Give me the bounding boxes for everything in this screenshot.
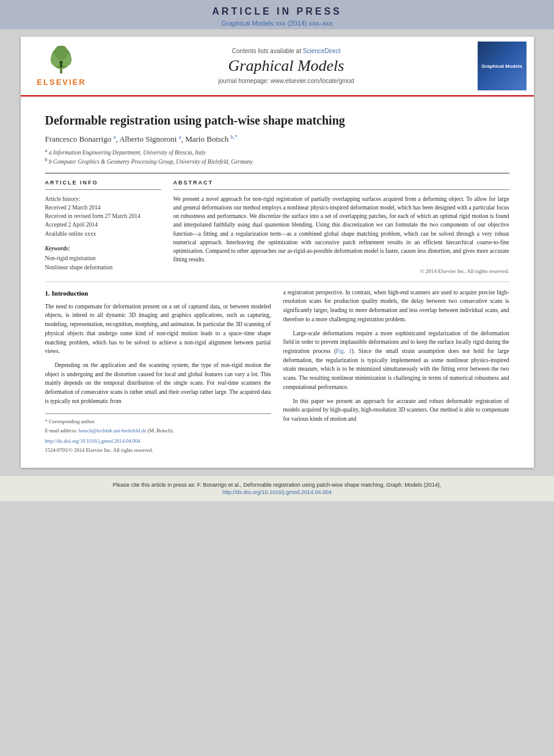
body-divider bbox=[45, 282, 509, 282]
issn-line: 1524-0703/© 2014 Elsevier Inc. All right… bbox=[45, 446, 271, 454]
received-revised: Received in revised form 27 March 2014 bbox=[45, 212, 161, 220]
corresponding-author-note: * Corresponding author. bbox=[45, 418, 271, 426]
intro-para-right-1: a registration perspective. In contrast,… bbox=[283, 288, 509, 324]
paper-content: Deformable registration using patch-wise… bbox=[21, 96, 534, 468]
intro-para-right-3: In this paper we present an approach for… bbox=[283, 397, 509, 424]
body-text: 1. Introduction The need to compensate f… bbox=[45, 288, 509, 456]
affil-a2: a bbox=[179, 134, 181, 140]
journal-middle: Contents lists available at ScienceDirec… bbox=[101, 42, 472, 90]
elsevier-logo: ELSEVIER bbox=[28, 42, 95, 90]
authors-line: Francesco Bonarrigo a, Alberto Signoroni… bbox=[45, 134, 509, 144]
abstract-text: We present a novel approach for non-rigi… bbox=[173, 195, 509, 264]
body-col-left: 1. Introduction The need to compensate f… bbox=[45, 288, 271, 456]
intro-para-2: Depending on the application and the sca… bbox=[45, 361, 271, 406]
section1-title: 1. Introduction bbox=[45, 288, 271, 299]
fig1-ref[interactable]: Fig. 1 bbox=[336, 348, 352, 354]
journal-homepage: journal homepage: www.elsevier.com/locat… bbox=[218, 78, 354, 84]
journal-header: ELSEVIER Contents lists available at Sci… bbox=[21, 37, 534, 96]
received1: Received 2 March 2014 bbox=[45, 203, 161, 212]
journal-ref: Graphical Models xxx (2014) xxx–xxx bbox=[0, 20, 554, 27]
citation-doi-link[interactable]: http://dx.doi.org/10.1016/j.gmod.2014.04… bbox=[12, 489, 542, 495]
svg-point-6 bbox=[59, 60, 62, 64]
affil-line-2: b b Computer Graphics & Geometry Process… bbox=[45, 157, 509, 165]
intro-para-right-2: Large-scale deformations require a more … bbox=[283, 329, 509, 392]
email-note: E-mail address: botsch@techfak.uni-biele… bbox=[45, 427, 271, 435]
journal-title: Graphical Models bbox=[228, 57, 344, 75]
article-history: Article history: Received 2 March 2014 R… bbox=[45, 195, 161, 238]
affiliations: a a Information Engineering Department, … bbox=[45, 148, 509, 165]
elsevier-wordmark: ELSEVIER bbox=[37, 78, 86, 87]
journal-cover: Graphical Models bbox=[478, 42, 527, 90]
email-link[interactable]: botsch@techfak.uni-bielefeld.de bbox=[79, 427, 147, 434]
abstract-divider bbox=[173, 189, 509, 190]
info-divider bbox=[45, 189, 161, 190]
body-col-right: a registration perspective. In contrast,… bbox=[283, 288, 509, 456]
svg-point-5 bbox=[54, 46, 68, 60]
citation-text: Please cite this article in press as: F.… bbox=[113, 482, 442, 488]
paper-title: Deformable registration using patch-wise… bbox=[45, 114, 509, 128]
article-in-press-label: ARTICLE IN PRESS bbox=[0, 6, 554, 17]
affil-b: b,* bbox=[231, 134, 238, 140]
contents-line: Contents lists available at ScienceDirec… bbox=[232, 48, 341, 54]
elsevier-tree-icon bbox=[38, 46, 84, 76]
article-info-heading: ARTICLE INFO bbox=[45, 180, 161, 186]
footnote-area: * Corresponding author. E-mail address: … bbox=[45, 413, 271, 455]
keyword-1: Non-rigid registration bbox=[45, 254, 161, 263]
affil-line-1: a a Information Engineering Department, … bbox=[45, 148, 509, 156]
journal-cover-text: Graphical Models bbox=[481, 64, 522, 69]
svg-rect-7 bbox=[60, 64, 62, 67]
abstract-heading: ABSTRACT bbox=[173, 180, 509, 186]
article-info-abstract-section: ARTICLE INFO Article history: Received 2… bbox=[45, 173, 509, 274]
bottom-citation-bar: Please cite this article in press as: F.… bbox=[0, 475, 554, 501]
history-label: Article history: bbox=[45, 195, 161, 203]
doi-line: http://dx.doi.org/10.1016/j.gmod.2014.04… bbox=[45, 437, 271, 445]
copyright-line: © 2014 Elsevier Inc. All rights reserved… bbox=[173, 268, 509, 274]
doi-link[interactable]: http://dx.doi.org/10.1016/j.gmod.2014.04… bbox=[45, 438, 140, 444]
top-banner: ARTICLE IN PRESS Graphical Models xxx (2… bbox=[0, 0, 554, 29]
intro-para-1: The need to compensate for deformation p… bbox=[45, 302, 271, 356]
keyword-2: Nonlinear shape deformation bbox=[45, 263, 161, 272]
paper-container: ELSEVIER Contents lists available at Sci… bbox=[21, 37, 534, 468]
sciencedirect-link[interactable]: ScienceDirect bbox=[303, 48, 341, 54]
article-info-column: ARTICLE INFO Article history: Received 2… bbox=[45, 180, 161, 274]
affil-a: a bbox=[113, 134, 115, 140]
available-online: Available online xxxx bbox=[45, 230, 161, 238]
abstract-column: ABSTRACT We present a novel approach for… bbox=[173, 180, 509, 274]
keywords-section: Keywords: Non-rigid registration Nonline… bbox=[45, 245, 161, 272]
accepted: Accepted 2 April 2014 bbox=[45, 220, 161, 229]
keywords-title: Keywords: bbox=[45, 245, 161, 252]
